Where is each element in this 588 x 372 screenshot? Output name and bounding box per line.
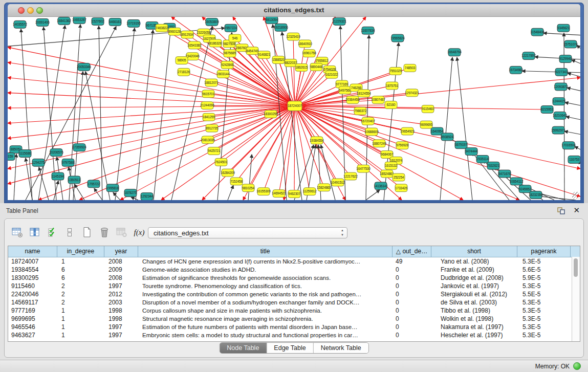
graph-node[interactable]: 17016504: [561, 142, 576, 149]
graph-node[interactable]: 9699695: [420, 121, 433, 128]
graph-node[interactable]: 20206576: [49, 149, 63, 157]
graph-edge[interactable]: [366, 190, 380, 200]
graph-node[interactable]: 16543382: [187, 41, 202, 49]
graph-node[interactable]: 8912934: [181, 31, 194, 38]
graph-node[interactable]: 11259612: [303, 188, 317, 195]
graph-node[interactable]: 6679197: [455, 141, 468, 149]
table-mode-icon[interactable]: [11, 226, 24, 239]
graph-node[interactable]: 16284209: [221, 169, 235, 177]
graph-node[interactable]: 9345621: [557, 24, 570, 32]
graph-node[interactable]: 8938924: [441, 133, 454, 141]
graph-node[interactable]: 10688609: [364, 128, 379, 136]
graph-edge[interactable]: [69, 25, 80, 200]
graph-node[interactable]: 1621022: [325, 71, 338, 78]
graph-node[interactable]: 1862615: [295, 63, 308, 71]
graph-node[interactable]: 18724007: [288, 101, 302, 111]
graph-edge[interactable]: [227, 65, 295, 106]
graph-node[interactable]: 11548408: [531, 28, 545, 36]
graph-node[interactable]: 18640910: [298, 40, 312, 48]
graph-node[interactable]: 18812071: [204, 79, 219, 86]
graph-node[interactable]: 8215953: [541, 106, 554, 114]
graph-node[interactable]: 16961758: [302, 50, 316, 57]
graph-edge[interactable]: [535, 57, 580, 59]
graph-node[interactable]: 1115686: [19, 150, 31, 158]
graph-node[interactable]: 20364456: [345, 96, 360, 104]
graph-edge[interactable]: [154, 32, 170, 200]
graph-node[interactable]: 7632621: [487, 162, 500, 169]
graph-edge[interactable]: [567, 87, 580, 91]
graph-edge[interactable]: [39, 167, 49, 200]
table-row[interactable]: 946554611997Estimation of the future num…: [8, 323, 580, 331]
vertical-scrollbar[interactable]: [572, 257, 580, 341]
tab-node-table[interactable]: Node Table: [220, 343, 267, 353]
float-panel-icon[interactable]: [557, 207, 565, 215]
graph-edge[interactable]: [294, 106, 295, 194]
graph-node[interactable]: 12974321: [405, 89, 419, 97]
graph-node[interactable]: 62160: [385, 101, 397, 109]
graph-node[interactable]: 1588520: [272, 56, 285, 64]
graph-edge[interactable]: [75, 184, 84, 200]
column-header-short[interactable]: short: [431, 246, 517, 257]
network-graph[interactable]: 1872400714035572206914061684136210653287…: [8, 17, 580, 200]
graph-node[interactable]: 2935114: [476, 155, 489, 163]
graph-edge[interactable]: [94, 188, 102, 200]
clear-selection-icon[interactable]: [63, 226, 76, 239]
graph-edge[interactable]: [99, 26, 102, 200]
graph-node[interactable]: 8912735: [206, 124, 219, 132]
graph-node[interactable]: 10807487: [371, 96, 385, 104]
graph-node[interactable]: 10654112: [510, 178, 524, 185]
graph-node[interactable]: 10719195: [126, 19, 141, 27]
graph-node[interactable]: 1294275: [32, 159, 45, 166]
graph-node[interactable]: 8813054: [266, 17, 278, 24]
memory-status-indicator[interactable]: [573, 362, 581, 370]
graph-edge[interactable]: [572, 60, 580, 63]
graph-node[interactable]: 10491512: [331, 179, 345, 186]
table-row[interactable]: 977716911998Corpus callosum shape and si…: [8, 307, 580, 315]
graph-node[interactable]: 19565824: [390, 34, 405, 42]
graph-node[interactable]: 12217622: [343, 172, 358, 180]
graph-node[interactable]: 20813035: [201, 136, 215, 144]
graph-node[interactable]: 16841362: [57, 17, 71, 25]
graph-node[interactable]: 19734983: [509, 66, 523, 74]
select-columns-icon[interactable]: [28, 226, 41, 239]
graph-node[interactable]: 9146821: [258, 51, 271, 59]
graph-edge[interactable]: [8, 47, 295, 106]
graph-node[interactable]: 12217897: [521, 52, 536, 60]
graph-edge[interactable]: [522, 71, 580, 73]
graph-edge[interactable]: [115, 28, 135, 200]
graph-edge[interactable]: [14, 154, 16, 200]
table-row[interactable]: 946362711997Embryonic stem cells: a mode…: [8, 331, 580, 339]
graph-node[interactable]: 2803144: [217, 70, 230, 78]
graph-edge[interactable]: [248, 155, 252, 200]
column-header-name[interactable]: name: [8, 246, 57, 257]
graph-node[interactable]: 1875751: [386, 82, 399, 90]
graph-edge[interactable]: [8, 106, 295, 169]
column-header-pagerank[interactable]: pagerank: [517, 246, 571, 257]
graph-edge[interactable]: [565, 102, 580, 105]
graph-node[interactable]: 8471676: [498, 170, 511, 178]
graph-node[interactable]: 1244415: [553, 98, 565, 105]
graph-node[interactable]: 19654923: [400, 127, 415, 135]
graph-node[interactable]: 6497568: [339, 86, 352, 94]
graph-edge[interactable]: [8, 106, 295, 108]
graph-node[interactable]: 7152458: [230, 178, 243, 185]
graph-node[interactable]: 9115460: [422, 105, 434, 113]
graph-edge[interactable]: [295, 17, 366, 106]
close-panel-icon[interactable]: ✕: [573, 206, 580, 215]
graph-node[interactable]: 1615132: [385, 162, 398, 169]
graph-edge[interactable]: [8, 78, 295, 106]
graph-node[interactable]: 21244096: [200, 102, 214, 110]
graph-node[interactable]: 7986372: [354, 107, 367, 115]
graph-node[interactable]: 16648794: [447, 49, 462, 56]
graph-node[interactable]: 39159: [8, 153, 15, 161]
graph-node[interactable]: 18232356: [529, 191, 543, 199]
graph-node[interactable]: 2718126: [178, 68, 190, 76]
graph-node[interactable]: 16720407: [361, 117, 375, 125]
tab-edge-table[interactable]: Edge Table: [267, 343, 313, 353]
graph-node[interactable]: 9890448: [310, 63, 323, 71]
graph-node[interactable]: 1995818: [106, 184, 119, 192]
window-resize-grip[interactable]: [572, 192, 579, 199]
graph-node[interactable]: 1350513: [68, 176, 81, 184]
graph-node[interactable]: 16053809: [205, 18, 219, 26]
graph-edge[interactable]: [161, 106, 295, 200]
